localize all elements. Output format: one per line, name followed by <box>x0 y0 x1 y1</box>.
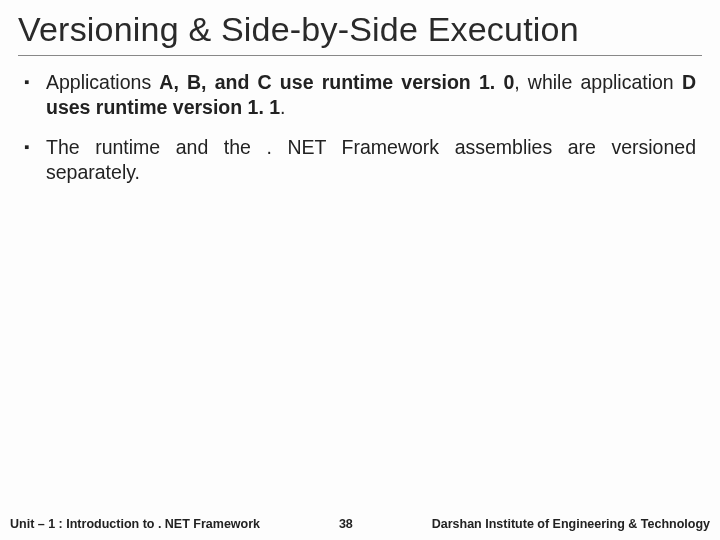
footer-page-number: 38 <box>260 517 432 531</box>
footer-unit: Unit – 1 : Introduction to . NET Framewo… <box>10 517 260 531</box>
slide-title: Versioning & Side-by-Side Execution <box>18 10 702 56</box>
footer-institute: Darshan Institute of Engineering & Techn… <box>432 517 710 531</box>
bullet-2: The runtime and the . NET Framework asse… <box>24 135 696 186</box>
bullet-1: Applications A, B, and C use runtime ver… <box>24 70 696 121</box>
bullet-list: Applications A, B, and C use runtime ver… <box>18 70 702 185</box>
bullet-1-text-pre: Applications <box>46 71 159 93</box>
bullet-1-text-post: . <box>280 96 285 118</box>
slide: Versioning & Side-by-Side Execution Appl… <box>0 0 720 540</box>
bullet-1-text-mid: , while application <box>514 71 682 93</box>
slide-footer: Unit – 1 : Introduction to . NET Framewo… <box>0 514 720 540</box>
bullet-1-strong-1: A, B, and C use runtime version 1. 0 <box>159 71 514 93</box>
